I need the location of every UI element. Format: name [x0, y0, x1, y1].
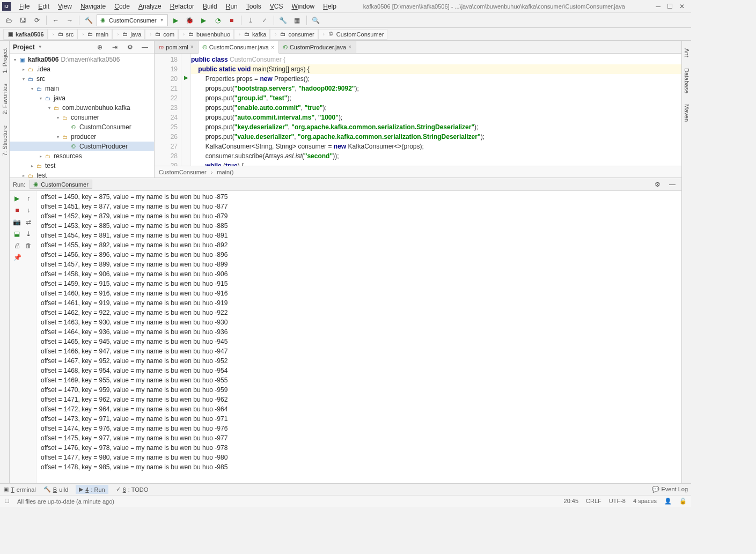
breadcrumb-item[interactable]: ›🗀com	[145, 29, 178, 40]
tree-item[interactable]: ©CustomProducer	[10, 142, 154, 151]
tree-item[interactable]: ▸🗀test	[10, 171, 154, 178]
dropdown-icon[interactable]: ▼	[38, 45, 42, 49]
breadcrumb-item[interactable]: ▣kafka0506	[3, 29, 48, 40]
rerun-icon[interactable]: ▶	[12, 193, 23, 204]
menu-refactor[interactable]: Refactor	[166, 2, 199, 11]
menu-analyze[interactable]: Analyze	[134, 2, 166, 11]
stop-icon[interactable]: ■	[226, 14, 238, 26]
menu-edit[interactable]: Edit	[34, 2, 54, 11]
tree-item[interactable]: ▾🗀java	[10, 93, 154, 103]
camera-icon[interactable]: 📷	[12, 217, 23, 227]
menu-navigate[interactable]: Navigate	[76, 2, 110, 11]
tree-item[interactable]: ▾🗀src	[10, 74, 154, 84]
tree-item[interactable]: ▸🗀test	[10, 161, 154, 171]
breadcrumb-item[interactable]: ›🗀java	[112, 29, 145, 40]
down-icon[interactable]: ↓	[24, 205, 34, 216]
tree-item[interactable]: ▾🗀main	[10, 84, 154, 93]
update-icon[interactable]: ⤓	[245, 14, 256, 26]
tree-root[interactable]: ▾▣kafka0506 D:\maven\kafka0506	[10, 55, 154, 64]
line-separator[interactable]: CRLF	[586, 498, 601, 505]
locate-icon[interactable]: ⊕	[94, 41, 106, 53]
menu-vcs[interactable]: VCS	[266, 2, 288, 11]
side-tab[interactable]: Maven	[682, 101, 691, 125]
debug-icon[interactable]: 🐞	[184, 14, 196, 26]
menu-view[interactable]: View	[54, 2, 76, 11]
bottom-tab[interactable]: ▶ 4: Run	[76, 485, 108, 494]
maximize-icon[interactable]: ☐	[667, 3, 673, 10]
coverage-icon[interactable]: ▶	[198, 14, 210, 26]
up-icon[interactable]: ↑	[24, 193, 34, 204]
side-tab[interactable]: 1: Project	[1, 45, 9, 76]
console-output[interactable]: offset = 1450, key = 875, value = my nam…	[36, 191, 681, 483]
run-settings-icon[interactable]: ⚙	[651, 179, 663, 190]
menu-file[interactable]: File	[15, 2, 34, 11]
bottom-tab[interactable]: ✓ 6: TODO	[116, 486, 149, 493]
run-tab[interactable]: ◉ CustomConsumer	[30, 180, 92, 189]
breadcrumb-item[interactable]: ›🗀src	[48, 29, 78, 40]
menu-code[interactable]: Code	[110, 2, 134, 11]
bottom-tab[interactable]: ▣ Terminal	[3, 486, 36, 493]
status-message: All files are up-to-date (a minute ago)	[17, 498, 114, 505]
side-tab[interactable]: 2: Favorites	[1, 80, 9, 117]
gear-icon[interactable]: ⚙	[124, 41, 136, 53]
code-area[interactable]: 18192021222324252627282930 ▶ public clas…	[155, 54, 681, 166]
lock-icon[interactable]: 🔓	[679, 498, 687, 505]
breadcrumb-item[interactable]: ›🗀consumer	[270, 29, 318, 40]
close-tab-icon[interactable]: ×	[190, 44, 194, 50]
hide-icon[interactable]: —	[139, 41, 151, 53]
tree-item[interactable]: ▸🗀resources	[10, 151, 154, 161]
menu-build[interactable]: Build	[199, 2, 222, 11]
commit-icon[interactable]: ✓	[259, 14, 270, 26]
back-icon[interactable]: ←	[50, 14, 62, 26]
menu-tools[interactable]: Tools	[242, 2, 266, 11]
profile-icon[interactable]: ◔	[212, 14, 224, 26]
clear-icon[interactable]: 🗑	[24, 240, 34, 251]
build-icon[interactable]: 🔨	[83, 14, 94, 26]
close-tab-icon[interactable]: ×	[348, 44, 351, 50]
menu-run[interactable]: Run	[222, 2, 242, 11]
side-tab[interactable]: Database	[682, 65, 691, 97]
collapse-icon[interactable]: ⇥	[109, 41, 121, 53]
breadcrumb-item[interactable]: ›🗀kafka	[234, 29, 270, 40]
breadcrumb-item[interactable]: ›🗀buwenbuhuo	[178, 29, 234, 40]
tree-item[interactable]: ▾🗀com.buwenbuhuo.kafka	[10, 103, 154, 113]
breadcrumb-item[interactable]: ›🗀main	[77, 29, 112, 40]
save-icon[interactable]: 🖫	[17, 14, 29, 26]
settings-icon[interactable]: 🔧	[277, 14, 289, 26]
run-config-selector[interactable]: ◉ CustomConsumer ▼	[97, 14, 168, 26]
refresh-icon[interactable]: ⟳	[31, 14, 43, 26]
editor-tab[interactable]: m pom.xml ×	[155, 41, 199, 53]
layout-icon[interactable]: ⬓	[12, 228, 23, 239]
print-icon[interactable]: 🖨	[12, 240, 23, 251]
run-icon[interactable]: ▶	[170, 14, 182, 26]
encoding[interactable]: UTF-8	[609, 498, 626, 505]
scroll-icon[interactable]: ⤓	[24, 228, 34, 239]
tree-item[interactable]: ▾🗀producer	[10, 132, 154, 142]
side-tab[interactable]: 7: Structure	[1, 122, 9, 159]
open-icon[interactable]: 🗁	[3, 14, 15, 26]
run-hide-icon[interactable]: —	[666, 179, 678, 190]
search-icon[interactable]: 🔍	[310, 14, 322, 26]
forward-icon[interactable]: →	[64, 14, 76, 26]
menu-window[interactable]: Window	[287, 2, 319, 11]
pin-icon[interactable]: 📌	[12, 252, 23, 263]
tree-item[interactable]: ©CustomConsumer	[10, 122, 154, 132]
menu-help[interactable]: Help	[319, 2, 341, 11]
editor-tab[interactable]: © CustomProducer.java ×	[279, 41, 356, 53]
bottom-tab[interactable]: 🔨 Build	[43, 486, 68, 493]
wrap-icon[interactable]: ⇄	[24, 217, 34, 227]
inspect-icon[interactable]: 👤	[664, 498, 672, 505]
minimize-icon[interactable]: ─	[656, 3, 660, 10]
tree-item[interactable]: ▾🗀consumer	[10, 113, 154, 122]
close-icon[interactable]: ✕	[679, 3, 685, 10]
close-tab-icon[interactable]: ×	[271, 45, 274, 50]
editor-tab[interactable]: © CustomConsumer.java ×	[199, 41, 279, 54]
stop-run-icon[interactable]: ■	[12, 205, 23, 216]
indent[interactable]: 4 spaces	[633, 498, 657, 505]
event-log[interactable]: 💬 Event Log	[652, 486, 688, 493]
cursor-pos[interactable]: 20:45	[564, 498, 579, 505]
side-tab[interactable]: Ant	[682, 45, 691, 61]
project-structure-icon[interactable]: ▦	[291, 14, 303, 26]
tree-item[interactable]: ▸🗀.idea	[10, 64, 154, 74]
breadcrumb-item[interactable]: ›©CustomConsumer	[318, 29, 388, 40]
